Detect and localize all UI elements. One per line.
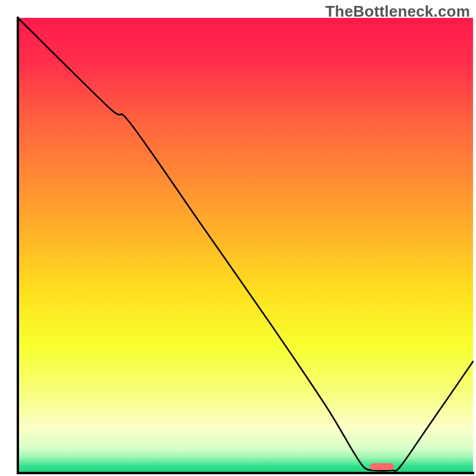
optimal-marker <box>370 464 394 470</box>
watermark-label: TheBottleneck.com <box>325 2 470 21</box>
chart-svg <box>0 0 476 476</box>
chart-container: TheBottleneck.com <box>0 0 476 476</box>
